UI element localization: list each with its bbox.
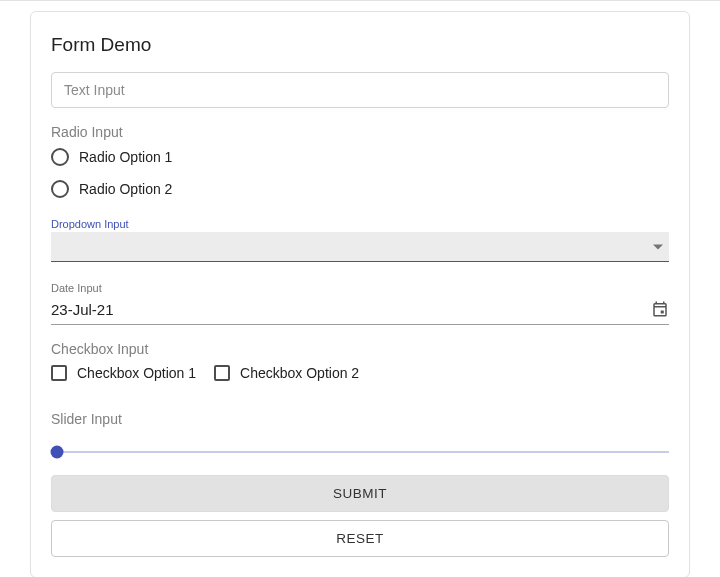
radio-group-label: Radio Input — [51, 124, 669, 140]
checkbox-option-2[interactable]: Checkbox Option 2 — [214, 365, 359, 381]
form-card: Form Demo Radio Input Radio Option 1 Rad… — [30, 11, 690, 577]
radio-option-label: Radio Option 2 — [79, 181, 172, 197]
slider-label: Slider Input — [51, 411, 669, 427]
checkbox-icon — [214, 365, 230, 381]
submit-button[interactable]: SUBMIT — [51, 475, 669, 512]
radio-icon — [51, 180, 69, 198]
radio-group: Radio Option 1 Radio Option 2 — [51, 148, 669, 198]
slider-thumb[interactable] — [51, 446, 64, 459]
checkbox-icon — [51, 365, 67, 381]
slider-input[interactable] — [51, 451, 669, 453]
radio-icon — [51, 148, 69, 166]
date-value: 23-Jul-21 — [51, 301, 114, 318]
date-label: Date Input — [51, 282, 669, 294]
dropdown-label: Dropdown Input — [51, 218, 669, 230]
text-input[interactable] — [51, 72, 669, 108]
reset-button[interactable]: RESET — [51, 520, 669, 557]
checkbox-option-label: Checkbox Option 1 — [77, 365, 196, 381]
slider-track — [51, 451, 669, 453]
radio-option-2[interactable]: Radio Option 2 — [51, 180, 669, 198]
date-input[interactable]: 23-Jul-21 — [51, 296, 669, 325]
checkbox-option-label: Checkbox Option 2 — [240, 365, 359, 381]
checkbox-option-1[interactable]: Checkbox Option 1 — [51, 365, 196, 381]
radio-option-label: Radio Option 1 — [79, 149, 172, 165]
checkbox-group-label: Checkbox Input — [51, 341, 669, 357]
radio-option-1[interactable]: Radio Option 1 — [51, 148, 669, 166]
page-root: Form Demo Radio Input Radio Option 1 Rad… — [0, 0, 720, 577]
checkbox-group: Checkbox Option 1 Checkbox Option 2 — [51, 365, 669, 395]
chevron-down-icon — [653, 244, 663, 249]
calendar-icon — [651, 300, 669, 318]
form-title: Form Demo — [51, 34, 669, 56]
dropdown-input[interactable] — [51, 232, 669, 262]
